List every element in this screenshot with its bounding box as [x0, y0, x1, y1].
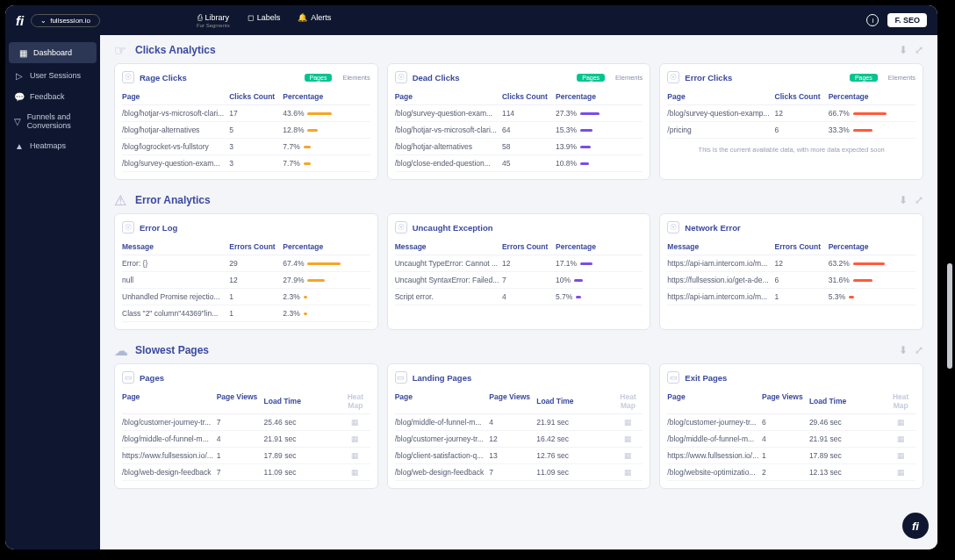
heatmap-icon[interactable]: ▦ — [614, 418, 643, 427]
table-row[interactable]: /blog/hotjar-alternatives512.8% — [122, 122, 370, 139]
table-row[interactable]: /blog/website-optimizatio...212.13 sec▦ — [667, 464, 916, 481]
card: ▭Exit Pages PagePage ViewsLoad TimeHeat … — [659, 363, 923, 489]
tab-pages[interactable]: Pages — [850, 74, 878, 82]
download-icon[interactable]: ⬇ — [899, 194, 908, 206]
sidebar-item-heatmaps[interactable]: ▲Heatmaps — [5, 135, 100, 156]
card: ☉Dead ClicksPagesElements PageClicks Cou… — [387, 63, 651, 180]
table-row[interactable]: Error: {}2967.4% — [122, 255, 370, 272]
nav-library[interactable]: ⎙Library For Segments — [197, 13, 230, 28]
sidebar-item-dashboard[interactable]: ▦Dashboard — [9, 42, 97, 63]
user-button[interactable]: F. SEO — [887, 13, 927, 27]
card-title: Rage Clicks — [140, 73, 187, 83]
table-row[interactable]: Uncaught SyntaxError: Failed...710% — [395, 272, 643, 289]
sidebar-item-sessions[interactable]: ▷User Sessions — [5, 65, 100, 86]
card-icon: ▭ — [667, 371, 679, 384]
tab-elements[interactable]: Elements — [888, 74, 916, 82]
table-row[interactable]: /blog/survey-question-exam...37.7% — [122, 155, 370, 172]
expand-icon[interactable]: ⤢ — [915, 194, 923, 206]
table-row[interactable]: /blog/middle-of-funnel-m...421.91 sec▦ — [667, 431, 916, 448]
nav-label: Alerts — [311, 13, 331, 22]
card-icon: ▭ — [122, 371, 134, 384]
info-icon[interactable]: i — [866, 14, 879, 26]
table-row[interactable]: /blog/customer-journey-tr...725.46 sec▦ — [122, 414, 370, 431]
sidebar-item-label: User Sessions — [30, 71, 81, 80]
heatmap-icon[interactable]: ▦ — [341, 418, 370, 427]
heatmap-icon[interactable]: ▦ — [341, 468, 370, 477]
card: ☉Error ClicksPagesElements PageClicks Co… — [659, 63, 923, 180]
scrollbar[interactable] — [947, 263, 952, 369]
card-title: Uncaught Exception — [413, 223, 493, 233]
table-row[interactable]: /blog/survey-question-exam...11427.3% — [395, 105, 643, 122]
table-row[interactable]: /blog/survey-question-examp...1266.7% — [667, 105, 916, 122]
table-row[interactable]: /blog/close-ended-question...4510.8% — [395, 155, 643, 172]
tab-elements[interactable]: Elements — [615, 74, 643, 82]
card-title: Dead Clicks — [413, 73, 460, 83]
heatmap-icon[interactable]: ▦ — [614, 451, 643, 460]
expand-icon[interactable]: ⤢ — [915, 344, 923, 356]
table-row[interactable]: https://www.fullsession.io/...117.89 sec… — [667, 448, 916, 464]
section-title: Clicks Analytics — [135, 44, 216, 56]
nav-labels[interactable]: ◻Labels — [248, 13, 281, 28]
card-title: Error Clicks — [685, 73, 732, 83]
heatmap-icon[interactable]: ▦ — [886, 434, 916, 443]
fab-button[interactable]: fi — [902, 513, 929, 539]
card-icon: ☉ — [122, 71, 134, 83]
table-row[interactable]: /blog/hotjar-alternatives5813.9% — [395, 139, 643, 155]
sidebar-item-feedback[interactable]: 💬Feedback — [5, 86, 100, 107]
heatmap-icon[interactable]: ▦ — [614, 468, 643, 477]
section-slowest: ☁ Slowest Pages ⬇⤢ ▭Pages PagePage Views… — [114, 342, 923, 489]
app-window: fi ⌄ fullsession.io ⎙Library For Segment… — [5, 5, 937, 549]
table-row[interactable]: /blog/hotjar-vs-microsoft-clari...1743.6… — [122, 105, 370, 122]
table-row[interactable]: /blog/middle-of-funnel-m...421.91 sec▦ — [122, 431, 370, 448]
section-errors: ⚠ Error Analytics ⬇⤢ ☉Error Log MessageE… — [114, 192, 923, 330]
tab-pages[interactable]: Pages — [577, 74, 605, 82]
download-icon[interactable]: ⬇ — [899, 44, 908, 56]
heatmap-icon[interactable]: ▦ — [614, 434, 643, 443]
table-row[interactable]: https://www.fullsession.io/...117.89 sec… — [122, 448, 370, 464]
table-row[interactable]: Unhandled Promise rejectio...12.3% — [122, 289, 370, 305]
table-row[interactable]: /blog/middle-of-funnel-m...421.91 sec▦ — [395, 414, 643, 431]
table-row[interactable]: Class "2" column"44369"lin...12.3% — [122, 305, 370, 322]
table-row[interactable]: /blog/web-design-feedback711.09 sec▦ — [395, 464, 643, 481]
dashboard-icon: ▦ — [18, 47, 28, 58]
card-icon: ▭ — [395, 371, 407, 384]
table-row[interactable]: https://api-iam.intercom.io/m...15.3% — [667, 289, 916, 305]
sidebar-item-label: Dashboard — [33, 48, 72, 57]
table-row[interactable]: /blog/hotjar-vs-microsoft-clari...6415.3… — [395, 122, 643, 139]
table-row[interactable]: /blog/logrocket-vs-fullstory37.7% — [122, 139, 370, 155]
tab-elements[interactable]: Elements — [342, 74, 370, 82]
download-icon[interactable]: ⬇ — [899, 344, 908, 356]
table-row[interactable]: /blog/client-satisfaction-q...1312.76 se… — [395, 448, 643, 464]
table-row[interactable]: https://api-iam.intercom.io/m...1263.2% — [667, 255, 916, 272]
heatmap-icon[interactable]: ▦ — [341, 451, 370, 460]
nav-alerts[interactable]: 🔔Alerts — [298, 13, 331, 28]
error-icon: ⚠ — [114, 192, 130, 208]
table-row[interactable]: /pricing633.3% — [667, 122, 916, 139]
cloud-icon: ☁ — [114, 342, 130, 358]
domain-selector[interactable]: ⌄ fullsession.io — [31, 14, 100, 27]
heatmap-icon[interactable]: ▦ — [341, 434, 370, 443]
sidebar-item-funnels[interactable]: ▽Funnels and Conversions — [5, 107, 100, 135]
heatmap-icon[interactable]: ▦ — [886, 451, 916, 460]
play-icon: ▷ — [14, 70, 25, 81]
table-row[interactable]: /blog/customer-journey-tr...1216.42 sec▦ — [395, 431, 643, 448]
logo: fi — [16, 13, 24, 28]
table-row[interactable]: https://fullsession.io/get-a-de...631.6% — [667, 272, 916, 289]
table-row[interactable]: Uncaught TypeError: Cannot ...1217.1% — [395, 255, 643, 272]
heatmap-icon[interactable]: ▦ — [886, 468, 916, 477]
card: ☉Network Error MessageErrors CountPercen… — [659, 213, 923, 330]
sidebar-item-label: Feedback — [30, 92, 65, 101]
table-row[interactable]: Script error.45.7% — [395, 289, 643, 305]
expand-icon[interactable]: ⤢ — [915, 44, 923, 56]
tab-pages[interactable]: Pages — [305, 74, 333, 82]
chevron-down-icon: ⌄ — [40, 17, 47, 25]
table-row[interactable]: /blog/customer-journey-tr...629.46 sec▦ — [667, 414, 916, 431]
card-icon: ☉ — [395, 71, 407, 83]
card-title: Network Error — [685, 223, 740, 233]
card-title: Landing Pages — [413, 373, 472, 383]
topbar: fi ⌄ fullsession.io ⎙Library For Segment… — [5, 5, 937, 35]
heatmap-icon[interactable]: ▦ — [886, 418, 916, 427]
bell-icon: 🔔 — [298, 13, 307, 22]
table-row[interactable]: /blog/web-design-feedback711.09 sec▦ — [122, 464, 370, 481]
table-row[interactable]: null1227.9% — [122, 272, 370, 289]
